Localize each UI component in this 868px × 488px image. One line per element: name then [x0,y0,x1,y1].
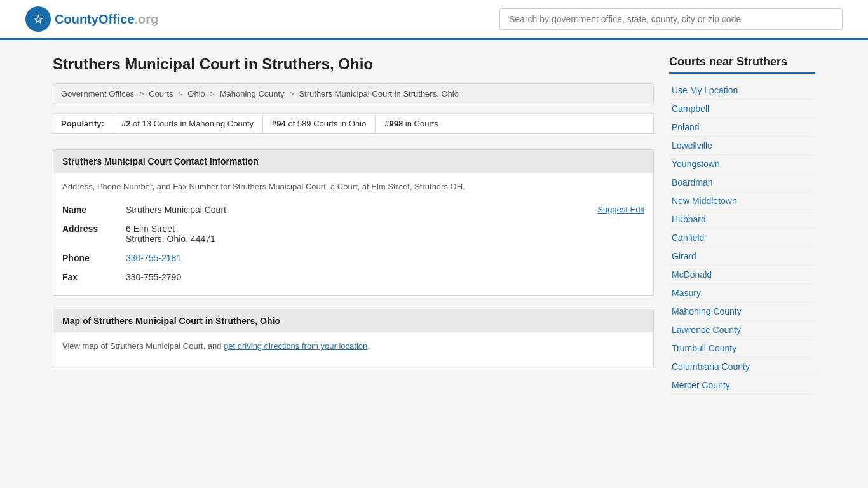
contact-phone-row: Phone 330-755-2181 [62,248,644,268]
address-label: Address [62,219,126,248]
sidebar-link-columbiana-county[interactable]: Columbiana County [669,358,815,376]
sidebar-link-campbell[interactable]: Campbell [669,100,815,118]
contact-section-header: Struthers Municipal Court Contact Inform… [53,150,653,173]
sidebar: Courts near Struthers Use My Location Ca… [669,55,815,395]
fax-value: 330-755-2790 [126,268,644,287]
sidebar-link-hubbard[interactable]: Hubbard [669,210,815,229]
sidebar-link-poland[interactable]: Poland [669,118,815,137]
sidebar-link-lowellville[interactable]: Lowellville [669,137,815,155]
driving-directions-link[interactable]: get driving directions from your locatio… [224,341,367,351]
name-label: Name [62,200,126,219]
sidebar-link-new-middletown[interactable]: New Middletown [669,192,815,210]
map-section-desc: View map of Struthers Municipal Court, a… [62,341,644,351]
logo-text: CountyOffice.org [55,12,158,27]
main-container: Struthers Municipal Court in Struthers, … [27,40,841,410]
phone-label: Phone [62,248,126,268]
logo-area: ☆ CountyOffice.org [25,6,158,32]
map-section-body: View map of Struthers Municipal Court, a… [53,332,653,369]
use-location-link[interactable]: Use My Location [669,81,815,100]
popularity-item-2: #998 in Courts [375,114,447,133]
breadcrumb-item-2[interactable]: Ohio [187,89,205,98]
breadcrumb-item-3[interactable]: Mahoning County [220,89,285,98]
phone-value[interactable]: 330-755-2181 [126,248,644,268]
sidebar-link-youngstown[interactable]: Youngstown [669,155,815,173]
sidebar-link-masury[interactable]: Masury [669,284,815,302]
popularity-bar: Popularity: #2 of 13 Courts in Mahoning … [53,113,654,134]
sidebar-link-lawrence-county[interactable]: Lawrence County [669,321,815,339]
header: ☆ CountyOffice.org [0,0,868,40]
popularity-item-1: #94 of 589 Courts in Ohio [262,114,375,133]
map-section-header: Map of Struthers Municipal Court in Stru… [53,309,653,332]
breadcrumb-item-4: Struthers Municipal Court in Struthers, … [299,89,458,98]
search-input[interactable] [499,8,843,30]
contact-section-desc: Address, Phone Number, and Fax Number fo… [62,182,644,191]
phone-link[interactable]: 330-755-2181 [126,253,181,263]
sidebar-link-mcdonald[interactable]: McDonald [669,266,815,284]
sidebar-link-boardman[interactable]: Boardman [669,173,815,192]
content-area: Struthers Municipal Court in Struthers, … [53,55,654,395]
sidebar-link-trumbull-county[interactable]: Trumbull County [669,339,815,358]
sidebar-link-mercer-county[interactable]: Mercer County [669,376,815,395]
logo-icon: ☆ [25,6,51,32]
fax-label: Fax [62,268,126,287]
breadcrumb-item-1[interactable]: Courts [149,89,173,98]
name-value: Struthers Municipal Court Suggest Edit [126,200,644,219]
suggest-edit-link[interactable]: Suggest Edit [597,205,644,214]
contact-address-row: Address 6 Elm Street Struthers, Ohio, 44… [62,219,644,248]
contact-fax-row: Fax 330-755-2790 [62,268,644,287]
sidebar-links: CampbellPolandLowellvilleYoungstownBoard… [669,100,815,395]
sidebar-link-girard[interactable]: Girard [669,247,815,266]
svg-text:☆: ☆ [33,13,44,26]
contact-name-row: Name Struthers Municipal Court Suggest E… [62,200,644,219]
contact-section-body: Address, Phone Number, and Fax Number fo… [53,173,653,295]
sidebar-title: Courts near Struthers [669,55,815,74]
map-section: Map of Struthers Municipal Court in Stru… [53,309,654,369]
sidebar-link-canfield[interactable]: Canfield [669,229,815,247]
popularity-item-0: #2 of 13 Courts in Mahoning County [112,114,262,133]
breadcrumb-item-0[interactable]: Government Offices [61,89,134,98]
breadcrumb: Government Offices > Courts > Ohio > Mah… [53,83,654,104]
sidebar-link-mahoning-county[interactable]: Mahoning County [669,302,815,321]
contact-section: Struthers Municipal Court Contact Inform… [53,149,654,296]
popularity-label: Popularity: [53,114,112,133]
address-value: 6 Elm Street Struthers, Ohio, 44471 [126,219,644,248]
page-title: Struthers Municipal Court in Struthers, … [53,55,654,73]
contact-table: Name Struthers Municipal Court Suggest E… [62,200,644,287]
